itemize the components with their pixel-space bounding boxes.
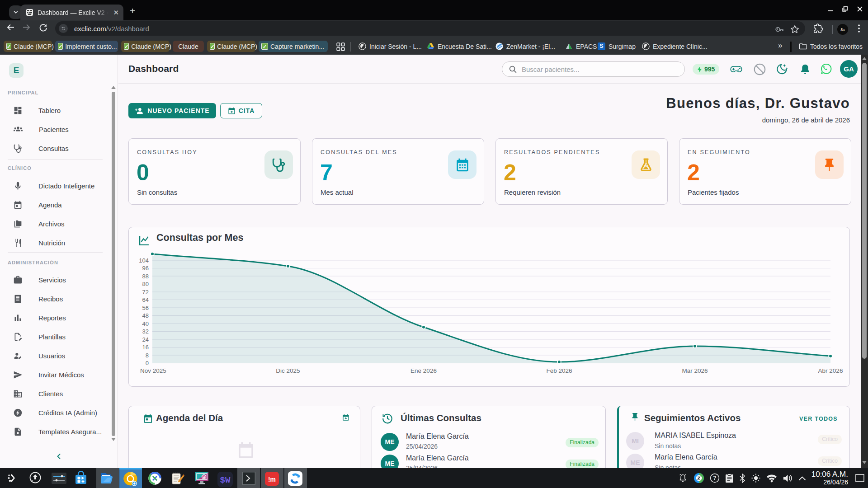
svg-text:8: 8 bbox=[146, 352, 149, 359]
svg-text:104: 104 bbox=[139, 257, 149, 264]
svg-text:0: 0 bbox=[146, 360, 149, 366]
svg-text:24: 24 bbox=[142, 336, 149, 343]
svg-text:Feb 2026: Feb 2026 bbox=[546, 367, 572, 374]
svg-text:80: 80 bbox=[142, 281, 149, 287]
svg-text:Abr 2026: Abr 2026 bbox=[818, 367, 843, 374]
svg-text:48: 48 bbox=[142, 312, 149, 319]
svg-text:Nov 2025: Nov 2025 bbox=[140, 367, 166, 374]
svg-text:16: 16 bbox=[142, 344, 149, 351]
svg-text:96: 96 bbox=[142, 265, 149, 272]
svg-text:Mar 2026: Mar 2026 bbox=[682, 367, 708, 374]
svg-text:32: 32 bbox=[142, 328, 149, 335]
svg-text:56: 56 bbox=[142, 305, 149, 311]
svg-text:Dic 2025: Dic 2025 bbox=[276, 367, 300, 374]
svg-text:64: 64 bbox=[142, 296, 149, 303]
svg-text:!m: !m bbox=[268, 476, 276, 483]
svg-text:?: ? bbox=[713, 475, 716, 481]
svg-text:40: 40 bbox=[142, 320, 149, 327]
svg-text:$W: $W bbox=[220, 475, 231, 485]
svg-text:88: 88 bbox=[142, 273, 149, 280]
svg-text:72: 72 bbox=[142, 289, 149, 296]
svg-text:Ene 2026: Ene 2026 bbox=[410, 367, 437, 374]
